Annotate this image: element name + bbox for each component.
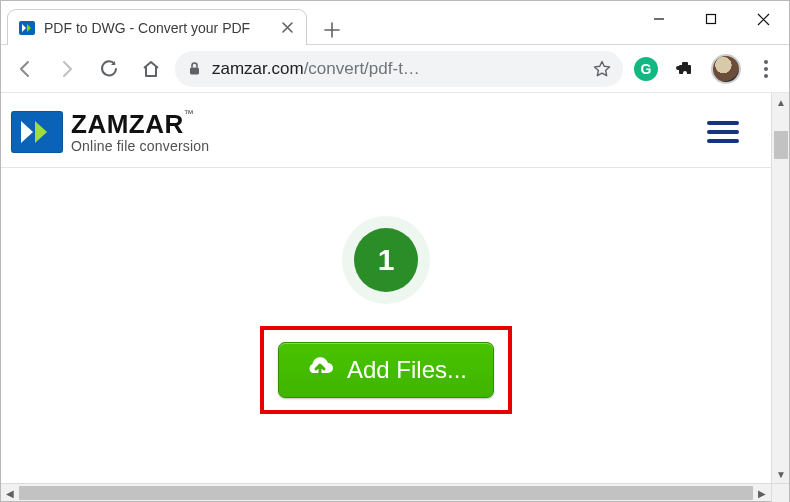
svg-point-3 bbox=[764, 60, 768, 64]
upload-cloud-icon bbox=[305, 355, 335, 385]
svg-rect-2 bbox=[190, 68, 199, 75]
menu-button[interactable] bbox=[701, 114, 745, 150]
browser-window: PDF to DWG - Convert your PDF bbox=[0, 0, 790, 502]
lock-icon bbox=[187, 61, 202, 76]
bookmark-star-icon[interactable] bbox=[593, 60, 611, 78]
url-path: /convert/pdf-t… bbox=[304, 59, 420, 78]
address-bar[interactable]: zamzar.com/convert/pdf-t… bbox=[175, 51, 623, 87]
horizontal-scrollbar[interactable]: ◀ ▶ bbox=[1, 483, 789, 501]
avatar-icon bbox=[711, 54, 741, 84]
svg-rect-7 bbox=[707, 130, 739, 134]
home-button[interactable] bbox=[133, 51, 169, 87]
page: ZAMZAR™ Online file conversion 1 bbox=[1, 93, 771, 483]
extensions-button[interactable] bbox=[669, 52, 703, 86]
chrome-menu-button[interactable] bbox=[749, 60, 783, 78]
url-domain: zamzar.com bbox=[212, 59, 304, 78]
url-text: zamzar.com/convert/pdf-t… bbox=[212, 59, 420, 79]
trademark: ™ bbox=[184, 108, 195, 119]
hamburger-icon bbox=[706, 119, 740, 145]
vertical-scroll-thumb[interactable] bbox=[774, 131, 788, 159]
svg-point-5 bbox=[764, 74, 768, 78]
tab-title: PDF to DWG - Convert your PDF bbox=[44, 20, 270, 36]
scroll-down-icon[interactable]: ▼ bbox=[772, 465, 789, 483]
add-files-button[interactable]: Add Files... bbox=[278, 342, 494, 398]
svg-rect-6 bbox=[707, 121, 739, 125]
step-badge-wrap: 1 bbox=[342, 216, 430, 304]
forward-button[interactable] bbox=[49, 51, 85, 87]
browser-tab[interactable]: PDF to DWG - Convert your PDF bbox=[7, 9, 307, 45]
close-window-button[interactable] bbox=[737, 1, 789, 37]
scrollbar-corner bbox=[771, 484, 789, 502]
site-header: ZAMZAR™ Online file conversion bbox=[1, 93, 771, 168]
content-area: ZAMZAR™ Online file conversion 1 bbox=[1, 93, 789, 483]
svg-rect-1 bbox=[707, 15, 716, 24]
minimize-button[interactable] bbox=[633, 1, 685, 37]
extension-grammarly-icon[interactable]: G bbox=[629, 52, 663, 86]
highlight-box: Add Files... bbox=[260, 326, 512, 414]
main-content: 1 Add Files... bbox=[1, 168, 771, 434]
step-badge: 1 bbox=[354, 228, 418, 292]
favicon-zamzar-icon bbox=[18, 19, 36, 37]
brand-name: ZAMZAR™ bbox=[71, 111, 209, 137]
logo-mark-icon bbox=[11, 111, 63, 153]
scroll-up-icon[interactable]: ▲ bbox=[772, 93, 789, 111]
scroll-right-icon[interactable]: ▶ bbox=[753, 484, 771, 502]
titlebar: PDF to DWG - Convert your PDF bbox=[1, 1, 789, 45]
add-files-label: Add Files... bbox=[347, 356, 467, 384]
step-number: 1 bbox=[378, 243, 395, 277]
tabstrip: PDF to DWG - Convert your PDF bbox=[1, 1, 633, 45]
svg-point-4 bbox=[764, 67, 768, 71]
toolbar: zamzar.com/convert/pdf-t… G bbox=[1, 45, 789, 93]
vertical-scrollbar[interactable]: ▲ ▼ bbox=[771, 93, 789, 483]
svg-rect-8 bbox=[707, 139, 739, 143]
horizontal-scroll-thumb[interactable] bbox=[19, 486, 753, 500]
viewport: ZAMZAR™ Online file conversion 1 bbox=[1, 93, 771, 483]
window-controls bbox=[633, 1, 789, 37]
maximize-button[interactable] bbox=[685, 1, 737, 37]
profile-avatar[interactable] bbox=[709, 52, 743, 86]
close-tab-icon[interactable] bbox=[278, 19, 296, 37]
back-button[interactable] bbox=[7, 51, 43, 87]
reload-button[interactable] bbox=[91, 51, 127, 87]
scroll-left-icon[interactable]: ◀ bbox=[1, 484, 19, 502]
new-tab-button[interactable] bbox=[317, 15, 347, 45]
site-logo[interactable]: ZAMZAR™ Online file conversion bbox=[11, 111, 209, 153]
logo-text: ZAMZAR™ Online file conversion bbox=[71, 111, 209, 153]
tagline: Online file conversion bbox=[71, 139, 209, 153]
